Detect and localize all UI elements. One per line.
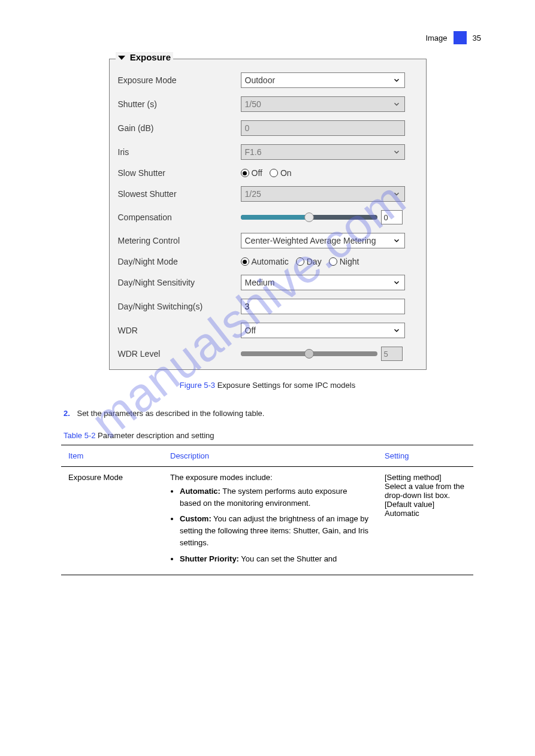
table-header-setting: Setting	[377, 445, 473, 466]
header-title: Image	[425, 34, 447, 42]
daynight-night-radio[interactable]: Night	[329, 257, 359, 266]
table-row: Exposure Mode The exposure modes include…	[61, 466, 473, 575]
chevron-down-icon	[392, 278, 401, 287]
chevron-down-icon	[392, 236, 401, 245]
exposure-mode-select[interactable]: Outdoor	[241, 72, 405, 88]
panel-legend[interactable]: Exposure	[116, 52, 174, 62]
list-item: Shutter Priority: You can set the Shutte…	[180, 553, 370, 565]
exposure-mode-label: Exposure Mode	[118, 75, 241, 85]
compensation-label: Compensation	[118, 212, 241, 222]
slow-shutter-off-radio[interactable]: Off	[241, 168, 262, 178]
iris-select: F1.6	[241, 144, 405, 160]
wdr-label: WDR	[118, 326, 241, 335]
exposure-mode-value: Outdoor	[245, 75, 276, 85]
table-header-description: Description	[163, 445, 377, 466]
slow-shutter-on-radio[interactable]: On	[270, 168, 292, 178]
table-cell-setting: [Setting method] Select a value from the…	[377, 466, 473, 575]
slow-shutter-label: Slow Shutter	[118, 168, 241, 178]
chevron-down-icon	[392, 76, 401, 84]
table-cell-item: Exposure Mode	[61, 466, 163, 575]
slowest-shutter-select: 1/25	[241, 186, 405, 202]
list-item: Automatic: The system performs auto expo…	[180, 485, 370, 509]
shutter-select: 1/50	[241, 96, 405, 112]
metering-control-value: Center-Weighted Average Metering	[245, 236, 376, 245]
header-bar: Image 35	[425, 31, 481, 44]
instruction-step: 2. Set the parameters as described in th…	[52, 408, 483, 420]
exposure-panel: Exposure Exposure Mode Outdoor Shutter (…	[109, 59, 427, 370]
daynight-switching-label: Day/Night Switching(s)	[118, 302, 241, 311]
metering-control-label: Metering Control	[118, 236, 241, 245]
daynight-day-radio[interactable]: Day	[296, 257, 322, 266]
chevron-down-icon	[392, 148, 401, 156]
iris-label: Iris	[118, 147, 241, 157]
chevron-down-icon	[392, 100, 401, 108]
step-text: Set the parameters as described in the f…	[77, 409, 264, 418]
daynight-sensitivity-label: Day/Night Sensitivity	[118, 278, 241, 287]
table-header-item: Item	[61, 445, 163, 466]
table-header-row: Item Description Setting	[61, 445, 473, 466]
header-square-icon	[454, 31, 467, 44]
slow-shutter-radiogroup: Off On	[241, 168, 418, 178]
compensation-slider[interactable]	[241, 215, 377, 220]
daynight-mode-radiogroup: Automatic Day Night	[241, 257, 418, 266]
wdr-level-slider	[241, 351, 377, 356]
parameter-table: Item Description Setting Exposure Mode T…	[61, 445, 473, 575]
gain-input: 0	[241, 120, 405, 136]
figure-caption: Figure 5-3 Exposure Settings for some IP…	[52, 381, 483, 390]
panel-title: Exposure	[130, 52, 171, 62]
slowest-shutter-label: Slowest Shutter	[118, 189, 241, 199]
wdr-level-label: WDR Level	[118, 349, 241, 359]
daynight-switching-input[interactable]: 3	[241, 299, 405, 314]
shutter-label: Shutter (s)	[118, 99, 241, 109]
slowest-shutter-value: 1/25	[245, 189, 261, 199]
table-caption: Table 5-2 Parameter description and sett…	[52, 431, 483, 440]
slider-thumb-icon	[304, 349, 314, 359]
wdr-level-value: 5	[381, 347, 403, 361]
daynight-sensitivity-select[interactable]: Medium	[241, 275, 405, 290]
daynight-sensitivity-value: Medium	[245, 278, 275, 287]
compensation-value[interactable]: 0	[381, 210, 403, 224]
shutter-value: 1/50	[245, 99, 261, 109]
collapse-triangle-icon[interactable]	[118, 56, 125, 60]
wdr-select[interactable]: Off	[241, 323, 405, 338]
header-page-number: 35	[473, 34, 481, 42]
metering-control-select[interactable]: Center-Weighted Average Metering	[241, 233, 405, 248]
wdr-value: Off	[245, 326, 256, 335]
chevron-down-icon	[392, 190, 401, 198]
table-cell-description: The exposure modes include: Automatic: T…	[163, 466, 377, 575]
daynight-mode-label: Day/Night Mode	[118, 257, 241, 266]
step-number: 2.	[64, 409, 70, 418]
list-item: Custom: You can adjust the brightness of…	[180, 513, 370, 549]
iris-value: F1.6	[245, 147, 262, 157]
gain-label: Gain (dB)	[118, 123, 241, 133]
chevron-down-icon	[392, 326, 401, 335]
daynight-auto-radio[interactable]: Automatic	[241, 257, 289, 266]
slider-thumb-icon[interactable]	[304, 212, 314, 222]
